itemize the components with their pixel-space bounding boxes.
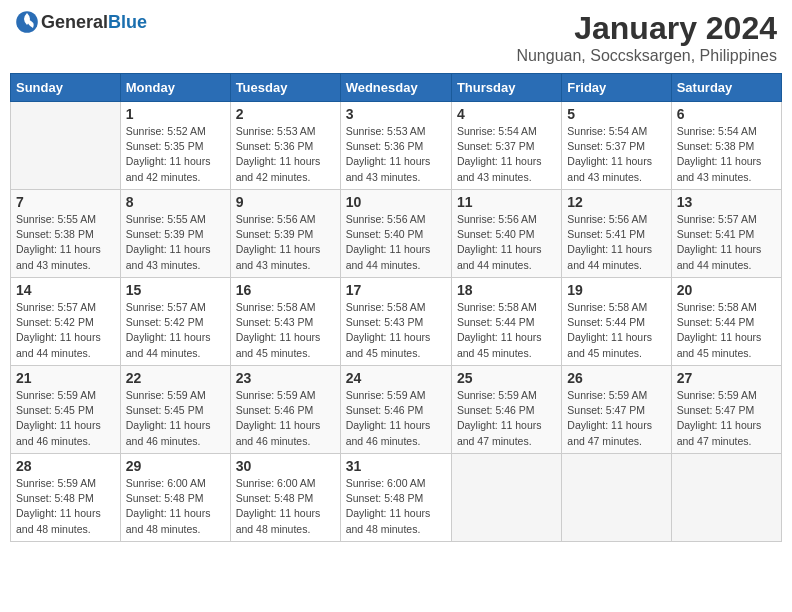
day-number: 27 xyxy=(677,370,776,386)
calendar-cell: 10Sunrise: 5:56 AM Sunset: 5:40 PM Dayli… xyxy=(340,190,451,278)
day-header-tuesday: Tuesday xyxy=(230,74,340,102)
day-number: 3 xyxy=(346,106,446,122)
day-header-saturday: Saturday xyxy=(671,74,781,102)
day-number: 25 xyxy=(457,370,556,386)
day-info: Sunrise: 5:52 AM Sunset: 5:35 PM Dayligh… xyxy=(126,124,225,185)
calendar-cell xyxy=(451,454,561,542)
day-number: 2 xyxy=(236,106,335,122)
day-number: 1 xyxy=(126,106,225,122)
calendar-cell: 6Sunrise: 5:54 AM Sunset: 5:38 PM Daylig… xyxy=(671,102,781,190)
day-info: Sunrise: 6:00 AM Sunset: 5:48 PM Dayligh… xyxy=(236,476,335,537)
day-number: 9 xyxy=(236,194,335,210)
day-info: Sunrise: 5:58 AM Sunset: 5:43 PM Dayligh… xyxy=(236,300,335,361)
day-number: 29 xyxy=(126,458,225,474)
location: Nunguan, Soccsksargen, Philippines xyxy=(516,47,777,65)
week-row-4: 21Sunrise: 5:59 AM Sunset: 5:45 PM Dayli… xyxy=(11,366,782,454)
day-number: 5 xyxy=(567,106,665,122)
day-info: Sunrise: 6:00 AM Sunset: 5:48 PM Dayligh… xyxy=(346,476,446,537)
day-info: Sunrise: 5:56 AM Sunset: 5:39 PM Dayligh… xyxy=(236,212,335,273)
calendar-cell: 19Sunrise: 5:58 AM Sunset: 5:44 PM Dayli… xyxy=(562,278,671,366)
day-info: Sunrise: 5:56 AM Sunset: 5:40 PM Dayligh… xyxy=(346,212,446,273)
day-info: Sunrise: 5:59 AM Sunset: 5:45 PM Dayligh… xyxy=(16,388,115,449)
calendar-cell: 16Sunrise: 5:58 AM Sunset: 5:43 PM Dayli… xyxy=(230,278,340,366)
calendar-cell: 5Sunrise: 5:54 AM Sunset: 5:37 PM Daylig… xyxy=(562,102,671,190)
day-number: 6 xyxy=(677,106,776,122)
calendar-cell: 18Sunrise: 5:58 AM Sunset: 5:44 PM Dayli… xyxy=(451,278,561,366)
calendar-cell: 27Sunrise: 5:59 AM Sunset: 5:47 PM Dayli… xyxy=(671,366,781,454)
week-row-3: 14Sunrise: 5:57 AM Sunset: 5:42 PM Dayli… xyxy=(11,278,782,366)
day-info: Sunrise: 5:54 AM Sunset: 5:37 PM Dayligh… xyxy=(567,124,665,185)
day-info: Sunrise: 5:59 AM Sunset: 5:46 PM Dayligh… xyxy=(236,388,335,449)
logo-text: GeneralBlue xyxy=(41,12,147,33)
day-number: 28 xyxy=(16,458,115,474)
week-row-1: 1Sunrise: 5:52 AM Sunset: 5:35 PM Daylig… xyxy=(11,102,782,190)
calendar-cell: 1Sunrise: 5:52 AM Sunset: 5:35 PM Daylig… xyxy=(120,102,230,190)
calendar-cell: 17Sunrise: 5:58 AM Sunset: 5:43 PM Dayli… xyxy=(340,278,451,366)
month-year: January 2024 xyxy=(516,10,777,47)
title-block: January 2024 Nunguan, Soccsksargen, Phil… xyxy=(516,10,777,65)
day-number: 16 xyxy=(236,282,335,298)
day-info: Sunrise: 5:55 AM Sunset: 5:39 PM Dayligh… xyxy=(126,212,225,273)
day-number: 24 xyxy=(346,370,446,386)
day-info: Sunrise: 5:59 AM Sunset: 5:48 PM Dayligh… xyxy=(16,476,115,537)
logo-blue: Blue xyxy=(108,12,147,32)
calendar-cell: 11Sunrise: 5:56 AM Sunset: 5:40 PM Dayli… xyxy=(451,190,561,278)
calendar-cell: 14Sunrise: 5:57 AM Sunset: 5:42 PM Dayli… xyxy=(11,278,121,366)
day-number: 13 xyxy=(677,194,776,210)
page-header: GeneralBlue January 2024 Nunguan, Soccsk… xyxy=(10,10,782,65)
calendar-cell: 12Sunrise: 5:56 AM Sunset: 5:41 PM Dayli… xyxy=(562,190,671,278)
calendar-cell: 15Sunrise: 5:57 AM Sunset: 5:42 PM Dayli… xyxy=(120,278,230,366)
logo: GeneralBlue xyxy=(15,10,147,34)
day-number: 12 xyxy=(567,194,665,210)
calendar-cell: 3Sunrise: 5:53 AM Sunset: 5:36 PM Daylig… xyxy=(340,102,451,190)
days-header-row: SundayMondayTuesdayWednesdayThursdayFrid… xyxy=(11,74,782,102)
day-info: Sunrise: 5:57 AM Sunset: 5:42 PM Dayligh… xyxy=(126,300,225,361)
day-header-monday: Monday xyxy=(120,74,230,102)
day-number: 22 xyxy=(126,370,225,386)
calendar-cell xyxy=(671,454,781,542)
day-number: 18 xyxy=(457,282,556,298)
calendar-cell: 21Sunrise: 5:59 AM Sunset: 5:45 PM Dayli… xyxy=(11,366,121,454)
calendar-cell: 20Sunrise: 5:58 AM Sunset: 5:44 PM Dayli… xyxy=(671,278,781,366)
day-info: Sunrise: 5:54 AM Sunset: 5:38 PM Dayligh… xyxy=(677,124,776,185)
calendar-cell: 22Sunrise: 5:59 AM Sunset: 5:45 PM Dayli… xyxy=(120,366,230,454)
day-number: 20 xyxy=(677,282,776,298)
calendar-cell: 8Sunrise: 5:55 AM Sunset: 5:39 PM Daylig… xyxy=(120,190,230,278)
day-header-thursday: Thursday xyxy=(451,74,561,102)
day-info: Sunrise: 5:53 AM Sunset: 5:36 PM Dayligh… xyxy=(346,124,446,185)
day-info: Sunrise: 6:00 AM Sunset: 5:48 PM Dayligh… xyxy=(126,476,225,537)
logo-general: General xyxy=(41,12,108,32)
day-info: Sunrise: 5:58 AM Sunset: 5:44 PM Dayligh… xyxy=(567,300,665,361)
day-number: 30 xyxy=(236,458,335,474)
day-number: 15 xyxy=(126,282,225,298)
calendar-cell: 13Sunrise: 5:57 AM Sunset: 5:41 PM Dayli… xyxy=(671,190,781,278)
day-number: 23 xyxy=(236,370,335,386)
calendar-cell: 24Sunrise: 5:59 AM Sunset: 5:46 PM Dayli… xyxy=(340,366,451,454)
day-header-sunday: Sunday xyxy=(11,74,121,102)
day-info: Sunrise: 5:53 AM Sunset: 5:36 PM Dayligh… xyxy=(236,124,335,185)
day-info: Sunrise: 5:59 AM Sunset: 5:47 PM Dayligh… xyxy=(677,388,776,449)
day-info: Sunrise: 5:58 AM Sunset: 5:43 PM Dayligh… xyxy=(346,300,446,361)
day-header-friday: Friday xyxy=(562,74,671,102)
calendar-cell: 26Sunrise: 5:59 AM Sunset: 5:47 PM Dayli… xyxy=(562,366,671,454)
calendar-cell: 30Sunrise: 6:00 AM Sunset: 5:48 PM Dayli… xyxy=(230,454,340,542)
day-header-wednesday: Wednesday xyxy=(340,74,451,102)
day-info: Sunrise: 5:56 AM Sunset: 5:40 PM Dayligh… xyxy=(457,212,556,273)
day-number: 17 xyxy=(346,282,446,298)
day-number: 11 xyxy=(457,194,556,210)
calendar-cell: 23Sunrise: 5:59 AM Sunset: 5:46 PM Dayli… xyxy=(230,366,340,454)
calendar-cell: 4Sunrise: 5:54 AM Sunset: 5:37 PM Daylig… xyxy=(451,102,561,190)
day-number: 31 xyxy=(346,458,446,474)
calendar-cell: 25Sunrise: 5:59 AM Sunset: 5:46 PM Dayli… xyxy=(451,366,561,454)
day-number: 7 xyxy=(16,194,115,210)
day-info: Sunrise: 5:59 AM Sunset: 5:45 PM Dayligh… xyxy=(126,388,225,449)
calendar-cell: 28Sunrise: 5:59 AM Sunset: 5:48 PM Dayli… xyxy=(11,454,121,542)
day-number: 26 xyxy=(567,370,665,386)
day-info: Sunrise: 5:56 AM Sunset: 5:41 PM Dayligh… xyxy=(567,212,665,273)
week-row-2: 7Sunrise: 5:55 AM Sunset: 5:38 PM Daylig… xyxy=(11,190,782,278)
day-info: Sunrise: 5:58 AM Sunset: 5:44 PM Dayligh… xyxy=(677,300,776,361)
calendar-cell xyxy=(11,102,121,190)
logo-icon xyxy=(15,10,39,34)
day-info: Sunrise: 5:57 AM Sunset: 5:42 PM Dayligh… xyxy=(16,300,115,361)
day-info: Sunrise: 5:59 AM Sunset: 5:46 PM Dayligh… xyxy=(457,388,556,449)
